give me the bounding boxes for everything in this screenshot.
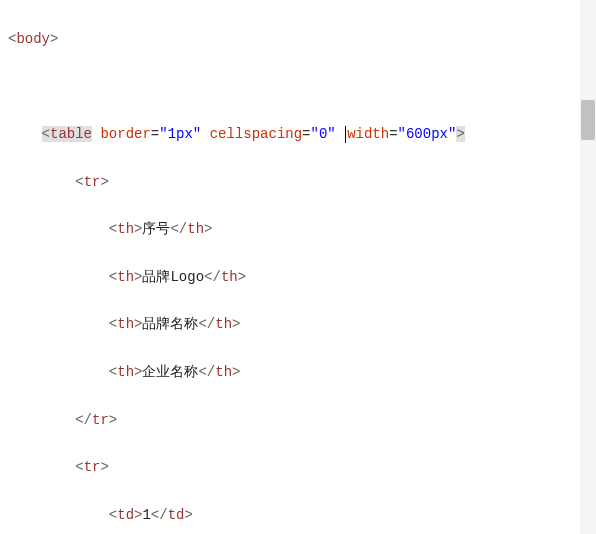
code-line[interactable]: <td>1</td> bbox=[8, 504, 596, 528]
code-line[interactable]: </tr> bbox=[8, 409, 596, 433]
scrollbar-vertical[interactable] bbox=[580, 0, 596, 534]
code-line[interactable]: <tr> bbox=[8, 456, 596, 480]
code-line[interactable]: <th>品牌Logo</th> bbox=[8, 266, 596, 290]
code-line[interactable]: <th>序号</th> bbox=[8, 218, 596, 242]
scrollbar-thumb[interactable] bbox=[581, 100, 595, 140]
code-line[interactable]: <body> bbox=[8, 28, 596, 52]
code-line[interactable] bbox=[8, 75, 596, 99]
code-line[interactable]: <th>企业名称</th> bbox=[8, 361, 596, 385]
highlighted-tag-close: > bbox=[456, 126, 464, 142]
code-line[interactable]: <table border="1px" cellspacing="0" widt… bbox=[8, 123, 596, 147]
text-cursor bbox=[345, 126, 346, 143]
code-editor[interactable]: <body> <table border="1px" cellspacing="… bbox=[0, 0, 596, 534]
code-line[interactable]: <th>品牌名称</th> bbox=[8, 313, 596, 337]
highlighted-tag-open: <table bbox=[42, 126, 92, 142]
code-line[interactable]: <tr> bbox=[8, 171, 596, 195]
